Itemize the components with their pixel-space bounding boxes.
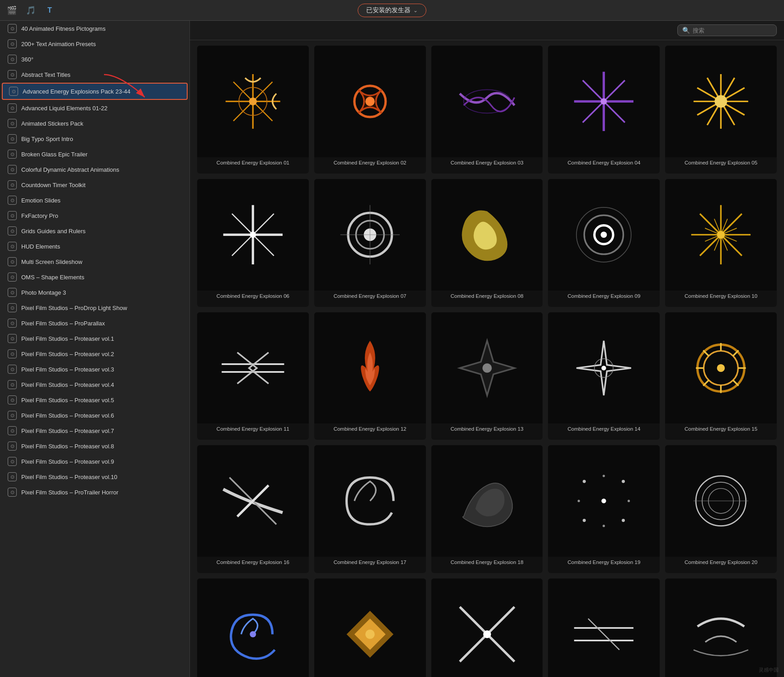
- sidebar-item-10[interactable]: ⊙ Countdown Timer Toolkit: [0, 177, 189, 193]
- grid-item-14[interactable]: Combined Energy Explosion 15: [665, 312, 777, 440]
- grid-item-17[interactable]: Combined Energy Explosion 18: [431, 445, 543, 573]
- sidebar-item-29[interactable]: ⊙ Pixel Film Studios – Proteaser vol.10: [0, 469, 189, 484]
- item-label-16: Combined Energy Explosion 17: [332, 557, 408, 573]
- sidebar-item-label-15: Multi Screen Slideshow: [21, 259, 82, 265]
- item-label-14: Combined Energy Explosion 15: [683, 423, 759, 440]
- grid-item-12[interactable]: Combined Energy Explosion 13: [431, 312, 543, 440]
- sidebar-item-16[interactable]: ⊙ OMS – Shape Elements: [0, 269, 189, 285]
- svg-line-28: [253, 235, 274, 255]
- grid-item-18[interactable]: Combined Energy Explosion 19: [548, 445, 660, 573]
- sidebar-item-27[interactable]: ⊙ Pixel Film Studios – Proteaser vol.8: [0, 438, 189, 454]
- sidebar-item-12[interactable]: ⊙ FxFactory Pro: [0, 208, 189, 223]
- grid-item-20[interactable]: Combined Energy Explosion 21: [197, 578, 309, 677]
- sidebar-item-icon-14: ⊙: [8, 242, 17, 251]
- svg-line-34: [253, 214, 274, 235]
- item-label-18: Combined Energy Explosion 19: [566, 557, 642, 573]
- grid-item-15[interactable]: Combined Energy Explosion 16: [197, 445, 309, 573]
- sidebar-item-icon-1: ⊙: [8, 39, 17, 48]
- grid-item-4[interactable]: Combined Energy Explosion 05: [665, 46, 777, 174]
- sidebar-item-icon-29: ⊙: [8, 472, 17, 481]
- grid-item-13[interactable]: Combined Energy Explosion 14: [548, 312, 660, 440]
- grid-item-22[interactable]: Simple Energy Explosion 01: [431, 578, 543, 677]
- sidebar-item-0[interactable]: ⊙ 40 Animated Fitness Pictograms: [0, 21, 189, 36]
- sidebar-item-6[interactable]: ⊙ Animated Stickers Pack: [0, 116, 189, 131]
- sidebar-item-icon-15: ⊙: [8, 257, 17, 266]
- grid-item-16[interactable]: Combined Energy Explosion 17: [314, 445, 426, 573]
- sidebar-item-label-1: 200+ Text Animation Presets: [21, 41, 96, 47]
- sidebar-item-25[interactable]: ⊙ Pixel Film Studios – Proteaser vol.6: [0, 408, 189, 423]
- grid-item-8[interactable]: Combined Energy Explosion 09: [548, 179, 660, 307]
- grid-item-10[interactable]: Combined Energy Explosion 11: [197, 312, 309, 440]
- sidebar-item-7[interactable]: ⊙ Big Typo Sport Intro: [0, 131, 189, 146]
- thumbnail-6: [314, 179, 426, 291]
- grid-item-24[interactable]: Simple Energy Explosion 03: [665, 578, 777, 677]
- sidebar-item-11[interactable]: ⊙ Emotion Slides: [0, 193, 189, 208]
- sidebar-item-17[interactable]: ⊙ Photo Montage 3: [0, 285, 189, 300]
- svg-point-13: [601, 98, 607, 104]
- grid-item-2[interactable]: Combined Energy Explosion 03: [431, 46, 543, 174]
- sidebar-item-28[interactable]: ⊙ Pixel Film Studios – Proteaser vol.9: [0, 454, 189, 469]
- thumbnail-16: [314, 445, 426, 557]
- sidebar-item-2[interactable]: ⊙ 360°: [0, 52, 189, 67]
- thumbnail-1: [314, 46, 426, 157]
- sidebar-item-14[interactable]: ⊙ HUD Elements: [0, 239, 189, 254]
- toolbar-icon-video[interactable]: 🎬: [5, 4, 18, 17]
- sidebar-item-22[interactable]: ⊙ Pixel Film Studios – Proteaser vol.3: [0, 362, 189, 377]
- grid-item-1[interactable]: Combined Energy Explosion 02: [314, 46, 426, 174]
- grid-item-3[interactable]: Combined Energy Explosion 04: [548, 46, 660, 174]
- grid-item-19[interactable]: Combined Energy Explosion 20: [665, 445, 777, 573]
- sidebar-item-15[interactable]: ⊙ Multi Screen Slideshow: [0, 254, 189, 269]
- sidebar-item-24[interactable]: ⊙ Pixel Film Studios – Proteaser vol.5: [0, 392, 189, 408]
- sidebar-item-13[interactable]: ⊙ Grids Guides and Rulers: [0, 223, 189, 239]
- toolbar-icon-music[interactable]: 🎵: [24, 4, 37, 17]
- grid-item-11[interactable]: Combined Energy Explosion 12: [314, 312, 426, 440]
- thumbnail-12: [431, 312, 543, 424]
- sidebar-item-icon-17: ⊙: [8, 288, 17, 297]
- sidebar-item-label-5: Advanced Liquid Elements 01-22: [21, 105, 108, 112]
- thumbnail-9: [665, 179, 777, 291]
- item-label-10: Combined Energy Explosion 11: [215, 423, 291, 440]
- items-grid: Combined Energy Explosion 01 Combined En…: [197, 46, 777, 677]
- sidebar-item-label-0: 40 Animated Fitness Pictograms: [21, 25, 105, 32]
- grid-item-6[interactable]: Combined Energy Explosion 07: [314, 179, 426, 307]
- sidebar-item-1[interactable]: ⊙ 200+ Text Animation Presets: [0, 36, 189, 52]
- sidebar-item-label-18: Pixel Film Studios – ProDrop Light Show: [21, 305, 127, 311]
- svg-point-80: [602, 499, 606, 503]
- sidebar-item-label-17: Photo Montage 3: [21, 289, 66, 296]
- sidebar-item-30[interactable]: ⊙ Pixel Film Studios – ProTrailer Horror: [0, 484, 189, 500]
- grid-item-5[interactable]: Combined Energy Explosion 06: [197, 179, 309, 307]
- sidebar-item-18[interactable]: ⊙ Pixel Film Studios – ProDrop Light Sho…: [0, 300, 189, 315]
- toolbar-icon-text[interactable]: T: [43, 4, 56, 17]
- sidebar-item-label-23: Pixel Film Studios – Proteaser vol.4: [21, 381, 114, 388]
- sidebar-item-26[interactable]: ⊙ Pixel Film Studios – Proteaser vol.7: [0, 423, 189, 438]
- thumbnail-8: [548, 179, 660, 291]
- sidebar-item-icon-26: ⊙: [8, 426, 17, 435]
- grid-item-21[interactable]: Combined Energy Explosion 22: [314, 578, 426, 677]
- sidebar-item-19[interactable]: ⊙ Pixel Film Studios – ProParallax: [0, 315, 189, 331]
- sidebar-item-23[interactable]: ⊙ Pixel Film Studios – Proteaser vol.4: [0, 377, 189, 392]
- svg-line-32: [232, 214, 253, 235]
- svg-point-61: [717, 231, 725, 239]
- installed-generators-button[interactable]: 已安装的发生器 ⌄: [358, 4, 426, 17]
- sidebar-item-5[interactable]: ⊙ Advanced Liquid Elements 01-22: [0, 100, 189, 116]
- sidebar-item-8[interactable]: ⊙ Broken Glass Epic Trailer: [0, 146, 189, 162]
- sidebar-item-3[interactable]: ⊙ Abstract Text Titles: [0, 67, 189, 82]
- search-input[interactable]: [693, 27, 772, 34]
- svg-point-97: [483, 630, 491, 638]
- grid-item-23[interactable]: Simple Energy Explosion 02: [548, 578, 660, 677]
- search-input-wrap[interactable]: 🔍: [677, 24, 777, 36]
- sidebar: ⊙ 40 Animated Fitness Pictograms ⊙ 200+ …: [0, 21, 190, 677]
- grid-item-0[interactable]: Combined Energy Explosion 01: [197, 46, 309, 174]
- sidebar-item-icon-22: ⊙: [8, 365, 17, 374]
- grid-item-7[interactable]: Combined Energy Explosion 08: [431, 179, 543, 307]
- thumbnail-4: [665, 46, 777, 157]
- sidebar-item-9[interactable]: ⊙ Colorful Dynamic Abstract Animations: [0, 162, 189, 177]
- sidebar-item-21[interactable]: ⊙ Pixel Film Studios – Proteaser vol.2: [0, 346, 189, 362]
- svg-point-84: [622, 519, 625, 522]
- item-label-5: Combined Energy Explosion 06: [215, 291, 291, 307]
- sidebar-item-20[interactable]: ⊙ Pixel Film Studios – Proteaser vol.1: [0, 331, 189, 346]
- chevron-down-icon: ⌄: [413, 7, 418, 14]
- grid-item-9[interactable]: Combined Energy Explosion 10: [665, 179, 777, 307]
- toolbar-center: 已安装的发生器 ⌄: [358, 4, 426, 17]
- sidebar-item-4[interactable]: ⊙ Advanced Energy Explosions Pack 23-44: [2, 83, 188, 100]
